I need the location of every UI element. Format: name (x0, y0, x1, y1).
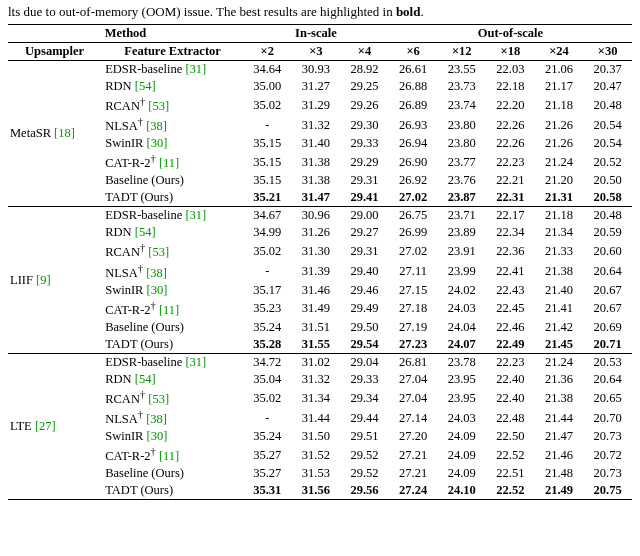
cite-link[interactable]: [11] (159, 303, 179, 317)
cell: 20.67 (583, 282, 632, 299)
cell: 29.31 (340, 172, 389, 189)
cell: 26.88 (389, 78, 438, 95)
cell: 26.92 (389, 172, 438, 189)
cite-link[interactable]: [53] (148, 99, 169, 113)
cell: 22.26 (486, 115, 535, 135)
cell: 22.51 (486, 465, 535, 482)
cell: 29.51 (340, 428, 389, 445)
fe-rcan: RCAN† [53] (101, 241, 243, 261)
cell: 29.33 (340, 371, 389, 388)
cell: 23.78 (437, 353, 486, 371)
cell: 21.24 (535, 353, 584, 371)
cell: 28.92 (340, 61, 389, 79)
cell: 22.21 (486, 172, 535, 189)
cell: - (243, 262, 292, 282)
cell: 24.09 (437, 465, 486, 482)
cite-link[interactable]: [53] (148, 246, 169, 260)
cite-link[interactable]: [38] (146, 266, 167, 280)
cell: 22.40 (486, 388, 535, 408)
cell: 34.99 (243, 224, 292, 241)
cell: 31.32 (292, 371, 341, 388)
cell: 23.71 (437, 207, 486, 225)
hdr-feature-extractor: Feature Extractor (101, 43, 243, 61)
cell: 24.10 (437, 482, 486, 500)
upsampler-metasr: MetaSR [18] (8, 61, 101, 207)
cell: 20.71 (583, 336, 632, 354)
cell: 21.33 (535, 241, 584, 261)
cell: 21.42 (535, 319, 584, 336)
fe-swinir: SwinIR [30] (101, 282, 243, 299)
cell: 31.51 (292, 319, 341, 336)
upsampler-liif: LIIF [9] (8, 207, 101, 353)
cell: 22.46 (486, 319, 535, 336)
cite-link[interactable]: [18] (54, 126, 75, 140)
cell: 29.50 (340, 319, 389, 336)
cell: 35.23 (243, 299, 292, 319)
cite-link[interactable]: [11] (159, 156, 179, 170)
cell: 21.26 (535, 115, 584, 135)
table-row: NLSA† [38] -31.3929.4027.1123.9922.4121.… (8, 262, 632, 282)
cell: 20.54 (583, 115, 632, 135)
cell: 35.15 (243, 152, 292, 172)
cite-link[interactable]: [31] (185, 208, 206, 222)
hdr-x4: ×4 (340, 43, 389, 61)
cell: 24.09 (437, 445, 486, 465)
cell: 29.52 (340, 465, 389, 482)
cite-link[interactable]: [54] (135, 372, 156, 386)
fe-tadt: TADT (Ours) (101, 336, 243, 354)
cite-link[interactable]: [11] (159, 449, 179, 463)
table-row: RDN [54] 35.0031.2729.2526.8823.7322.182… (8, 78, 632, 95)
cell: 35.21 (243, 189, 292, 207)
cell: 31.34 (292, 388, 341, 408)
fe-rdn: RDN [54] (101, 224, 243, 241)
cell: 31.30 (292, 241, 341, 261)
cell: 27.20 (389, 428, 438, 445)
cell: 20.73 (583, 428, 632, 445)
cite-link[interactable]: [54] (135, 225, 156, 239)
table-row: Baseline (Ours) 35.2431.5129.5027.1924.0… (8, 319, 632, 336)
cite-link[interactable]: [9] (36, 273, 51, 287)
cell: 23.55 (437, 61, 486, 79)
cell: 35.27 (243, 465, 292, 482)
cite-link[interactable]: [54] (135, 79, 156, 93)
fe-nlsa: NLSA† [38] (101, 262, 243, 282)
cell: 21.46 (535, 445, 584, 465)
fe-nlsa: NLSA† [38] (101, 115, 243, 135)
cell: 31.38 (292, 152, 341, 172)
cite-link[interactable]: [53] (148, 392, 169, 406)
cite-link[interactable]: [38] (146, 119, 167, 133)
table-row: TADT (Ours) 35.2831.5529.5427.2324.0722.… (8, 336, 632, 354)
cell: 21.45 (535, 336, 584, 354)
cell: 27.02 (389, 241, 438, 261)
table-row: RCAN† [53] 35.0231.2929.2626.8923.7422.2… (8, 95, 632, 115)
fe-rcan: RCAN† [53] (101, 388, 243, 408)
table-row: SwinIR [30] 35.1731.4629.4627.1524.0222.… (8, 282, 632, 299)
cell: 27.19 (389, 319, 438, 336)
cell: 35.24 (243, 319, 292, 336)
cell: 29.00 (340, 207, 389, 225)
cell: 24.04 (437, 319, 486, 336)
cite-link[interactable]: [38] (146, 412, 167, 426)
cell: 23.77 (437, 152, 486, 172)
cite-link[interactable]: [30] (147, 283, 168, 297)
cite-link[interactable]: [31] (185, 355, 206, 369)
cell: 22.20 (486, 95, 535, 115)
cell: 34.67 (243, 207, 292, 225)
cell: 22.43 (486, 282, 535, 299)
hdr-x2: ×2 (243, 43, 292, 61)
cell: 31.50 (292, 428, 341, 445)
cell: 22.52 (486, 482, 535, 500)
hdr-x6: ×6 (389, 43, 438, 61)
cite-link[interactable]: [31] (185, 62, 206, 76)
cell: 31.38 (292, 172, 341, 189)
cell: 27.18 (389, 299, 438, 319)
cell: 23.73 (437, 78, 486, 95)
fe-swinir: SwinIR [30] (101, 428, 243, 445)
cite-link[interactable]: [30] (147, 136, 168, 150)
cell: 27.21 (389, 445, 438, 465)
cite-link[interactable]: [30] (147, 429, 168, 443)
table-row: CAT-R-2† [11] 35.1531.3829.2926.9023.772… (8, 152, 632, 172)
cell: 35.27 (243, 445, 292, 465)
upsampler-label: LTE (10, 419, 35, 433)
cite-link[interactable]: [27] (35, 419, 56, 433)
